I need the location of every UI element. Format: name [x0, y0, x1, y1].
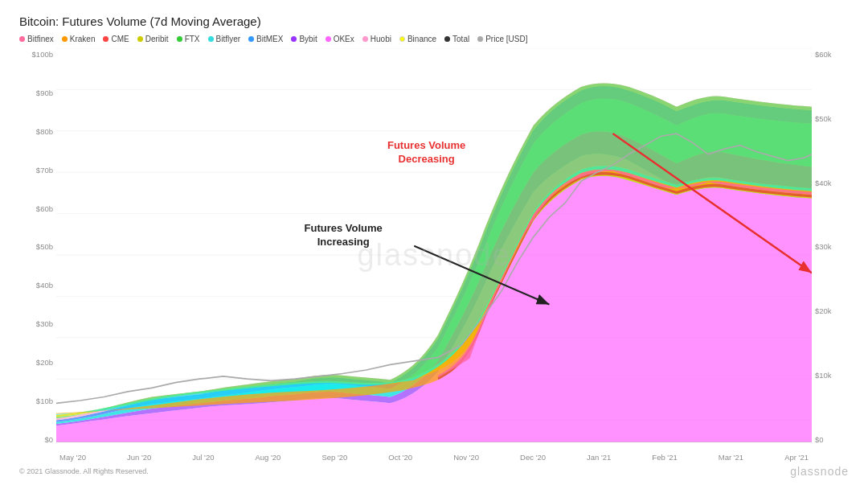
x-label-apr21: Apr '21 — [784, 453, 809, 462]
y-left-20: $20b — [19, 358, 56, 367]
y-right-60k: $60k — [812, 50, 849, 59]
legend-bitfinex: Bitfinex — [19, 35, 54, 43]
okex-label: OKEx — [334, 35, 354, 43]
deribit-dot — [137, 36, 143, 42]
x-label-oct20: Oct '20 — [388, 453, 412, 462]
bybit-dot — [291, 36, 297, 42]
chart-area: $100b $90b $80b $70b $60b $50b $40b $30b… — [19, 48, 849, 462]
huobi-label: Huobi — [371, 35, 391, 43]
y-left-90: $90b — [19, 88, 56, 97]
y-left-10: $10b — [19, 397, 56, 405]
kraken-dot — [62, 36, 68, 42]
y-left-40: $40b — [19, 281, 56, 290]
legend-deribit: Deribit — [137, 35, 169, 43]
x-label-sep20: Sep '20 — [321, 453, 347, 462]
chart-legend: Bitfinex Kraken CME Deribit FTX Bitflyer… — [19, 35, 849, 43]
chart-svg-container: glassnode — [56, 48, 812, 462]
x-label-mar21: Mar '21 — [719, 453, 743, 462]
legend-bitmex: BitMEX — [248, 35, 283, 43]
y-right-10k: $10k — [812, 371, 849, 380]
binance-dot — [399, 36, 405, 42]
y-right-50k: $50k — [812, 114, 849, 123]
y-axis-right: $60k $50k $40k $30k $20k $10k $0 — [812, 48, 849, 462]
y-right-30k: $30k — [812, 242, 849, 251]
cme-dot — [103, 36, 108, 42]
total-label: Total — [452, 35, 469, 43]
y-axis-left: $100b $90b $80b $70b $60b $50b $40b $30b… — [19, 48, 56, 462]
x-label-nov20: Nov '20 — [453, 453, 479, 462]
ftx-dot — [177, 36, 182, 42]
chart-title: Bitcoin: Futures Volume (7d Moving Avera… — [19, 14, 849, 28]
deribit-label: Deribit — [145, 35, 169, 43]
bitflyer-label: Bitflyer — [216, 35, 241, 43]
x-label-dec20: Dec '20 — [520, 453, 546, 462]
legend-bybit: Bybit — [291, 35, 317, 43]
legend-price: Price [USD] — [477, 35, 527, 43]
footer: © 2021 Glassnode. All Rights Reserved. g… — [19, 465, 849, 478]
x-label-aug20: Aug '20 — [255, 453, 280, 462]
main-container: Bitcoin: Futures Volume (7d Moving Avera… — [0, 0, 868, 489]
x-label-jun20: Jun '20 — [127, 453, 151, 462]
kraken-label: Kraken — [70, 35, 96, 43]
huobi-dot — [362, 36, 368, 42]
bitfinex-label: Bitfinex — [27, 35, 54, 43]
y-left-70: $70b — [19, 166, 56, 175]
ftx-label: FTX — [185, 35, 200, 43]
legend-cme: CME — [103, 35, 129, 43]
bitflyer-dot — [208, 36, 214, 42]
y-right-40k: $40k — [812, 179, 849, 187]
cme-label: CME — [111, 35, 129, 43]
bybit-label: Bybit — [299, 35, 317, 43]
y-left-80: $80b — [19, 127, 56, 136]
x-axis: May '20 Jun '20 Jul '20 Aug '20 Sep '20 … — [56, 453, 812, 462]
y-left-50: $50b — [19, 242, 56, 251]
y-left-60: $60b — [19, 204, 56, 213]
y-left-30: $30b — [19, 319, 56, 328]
decreasing-text: Futures VolumeDecreasing — [387, 139, 465, 166]
legend-total: Total — [444, 35, 469, 43]
increasing-text: Futures VolumeIncreasing — [305, 222, 383, 249]
copyright-text: © 2021 Glassnode. All Rights Reserved. — [19, 467, 149, 475]
footer-brand: glassnode — [790, 465, 849, 478]
legend-huobi: Huobi — [362, 35, 391, 43]
legend-bitflyer: Bitflyer — [208, 35, 241, 43]
price-label: Price [USD] — [485, 35, 527, 43]
x-label-may20: May '20 — [59, 453, 86, 462]
y-left-0: $0 — [19, 435, 56, 444]
price-dot — [477, 36, 483, 42]
legend-kraken: Kraken — [62, 35, 96, 43]
x-label-jan21: Jan '21 — [587, 453, 611, 462]
y-right-0: $0 — [812, 435, 849, 444]
bitmex-label: BitMEX — [256, 35, 283, 43]
y-right-20k: $20k — [812, 306, 849, 315]
legend-ftx: FTX — [177, 35, 200, 43]
okex-dot — [326, 36, 331, 42]
chart-svg — [56, 48, 812, 462]
x-label-jul20: Jul '20 — [192, 453, 214, 462]
legend-okex: OKEx — [326, 35, 354, 43]
total-dot — [444, 36, 450, 42]
bitfinex-dot — [19, 36, 25, 42]
decreasing-annotation: Futures VolumeDecreasing — [387, 139, 465, 166]
bitmex-dot — [248, 36, 254, 42]
increasing-annotation: Futures VolumeIncreasing — [305, 222, 383, 249]
y-left-100: $100b — [19, 50, 56, 59]
binance-label: Binance — [407, 35, 436, 43]
x-label-feb21: Feb '21 — [652, 453, 677, 462]
legend-binance: Binance — [399, 35, 436, 43]
